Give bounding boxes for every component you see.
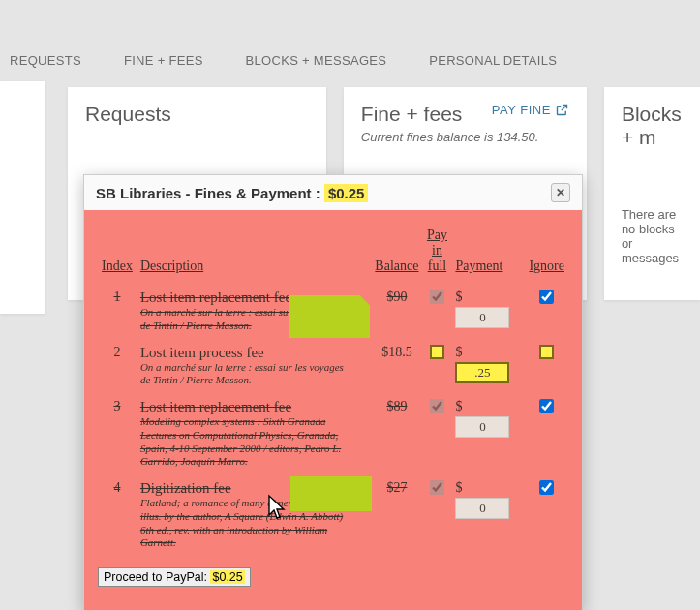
row-subtitle: Flatland; a romance of many dimensions. … <box>140 497 344 550</box>
row-pay-in-full <box>422 393 451 474</box>
modal-body: Index Description Balance Pay in full Pa… <box>84 210 582 610</box>
row-title: Lost item process fee <box>140 345 367 361</box>
payment-input[interactable] <box>455 307 509 328</box>
pay-in-full-checkbox[interactable] <box>430 399 444 413</box>
row-subtitle: On a marché sur la terre : essai sur les… <box>140 306 344 333</box>
th-pay-in-full: Pay in full <box>422 228 451 284</box>
dollar-sign: $ <box>455 399 462 414</box>
row-index: 1 <box>98 284 137 339</box>
row-description: Lost item replacement feeModeling comple… <box>137 393 371 474</box>
fines-sub-pre: Current fines balance is <box>361 130 497 144</box>
th-payment: Payment <box>451 228 525 284</box>
fines-sub-post: . <box>535 130 539 144</box>
dollar-sign: $ <box>455 290 462 305</box>
table-row: 2Lost item process feeOn a marché sur la… <box>98 339 568 394</box>
payment-input[interactable] <box>455 498 509 519</box>
row-pay-in-full <box>422 474 451 556</box>
th-pf-l1: Pay <box>427 228 447 242</box>
tab-fines[interactable]: FINE + FEES <box>124 53 203 68</box>
card-blocks-msg: There are no blocks or messages <box>622 207 683 265</box>
modal-close-button[interactable]: ✕ <box>551 183 570 202</box>
th-index: Index <box>98 228 137 284</box>
fines-table: Index Description Balance Pay in full Pa… <box>98 228 568 556</box>
card-blocks-title: Blocks + m <box>622 103 683 149</box>
card-fines-subtitle: Current fines balance is 134.50. <box>361 130 569 144</box>
th-ignore: Ignore <box>525 228 568 284</box>
row-ignore <box>525 474 568 556</box>
fines-sub-amt: 134.50 <box>497 130 535 144</box>
pay-fine-label: PAY FINE <box>492 103 551 117</box>
tab-personal[interactable]: PERSONAL DETAILS <box>429 53 557 68</box>
row-pay-in-full <box>422 284 451 339</box>
table-row: 4Digitization feeFlatland; a romance of … <box>98 474 568 556</box>
row-balance: $18.5 <box>371 339 422 394</box>
table-row: 3Lost item replacement feeModeling compl… <box>98 393 568 474</box>
row-description: Lost item process feeOn a marché sur la … <box>137 339 371 394</box>
payment-input[interactable] <box>455 362 509 383</box>
modal-title-amount: $0.25 <box>324 184 369 202</box>
payment-input[interactable] <box>455 416 509 438</box>
card-blocks: Blocks + m There are no blocks or messag… <box>604 87 700 300</box>
th-description: Description <box>137 228 371 284</box>
proceed-amount: $0.25 <box>210 570 244 584</box>
th-pf-l2: in <box>432 243 442 258</box>
row-payment: $ <box>451 284 525 339</box>
row-payment: $ <box>451 474 525 556</box>
proceed-label: Proceed to PayPal: <box>104 570 210 584</box>
row-payment: $ <box>451 339 525 394</box>
row-index: 2 <box>98 339 137 394</box>
main-tabs: REQUESTS FINE + FEES BLOCKS + MESSAGES P… <box>0 39 700 81</box>
modal-titlebar: SB Libraries - Fines & Payment : $0.25 ✕ <box>84 175 582 210</box>
row-payment: $ <box>451 393 525 474</box>
close-icon: ✕ <box>556 186 565 199</box>
dollar-sign: $ <box>455 480 462 496</box>
row-balance: $89 <box>371 393 422 474</box>
row-title: Lost item replacement fee <box>140 399 367 415</box>
proceed-paypal-button[interactable]: Proceed to PayPal: $0.25 <box>98 567 251 587</box>
row-balance: $90 <box>371 284 422 339</box>
row-description: Digitization feeFlatland; a romance of m… <box>137 474 371 556</box>
row-pay-in-full <box>422 339 451 394</box>
row-title: Lost item replacement fee <box>140 290 367 306</box>
pay-fine-link[interactable]: PAY FINE <box>492 103 569 117</box>
pay-in-full-checkbox[interactable] <box>430 290 444 304</box>
ignore-checkbox[interactable] <box>539 345 554 359</box>
topbar-spacer <box>0 0 700 39</box>
tab-requests[interactable]: REQUESTS <box>10 53 81 68</box>
row-index: 3 <box>98 393 137 474</box>
row-ignore <box>525 284 568 339</box>
dollar-sign: $ <box>455 345 462 360</box>
table-row: 1Lost item replacement feeOn a marché su… <box>98 284 568 339</box>
row-ignore <box>525 339 568 394</box>
row-balance: $27 <box>371 474 422 556</box>
ignore-checkbox[interactable] <box>539 399 554 413</box>
modal-title-text: SB Libraries - Fines & Payment : <box>96 185 324 201</box>
ignore-checkbox[interactable] <box>539 480 554 495</box>
ignore-checkbox[interactable] <box>539 290 554 304</box>
row-subtitle: Modeling complex systems : Sixth Granada… <box>140 415 344 469</box>
pay-in-full-checkbox[interactable] <box>430 480 444 495</box>
fines-modal: SB Libraries - Fines & Payment : $0.25 ✕… <box>83 174 583 610</box>
row-title: Digitization fee <box>140 480 367 497</box>
row-ignore <box>525 393 568 474</box>
row-description: Lost item replacement feeOn a marché sur… <box>137 284 371 339</box>
pay-in-full-checkbox[interactable] <box>430 345 444 359</box>
card-requests-title: Requests <box>85 103 309 126</box>
th-balance: Balance <box>371 228 422 284</box>
external-link-icon <box>555 103 569 117</box>
row-subtitle: On a marché sur la terre : essai sur les… <box>140 361 344 388</box>
th-pf-l3: full <box>428 259 446 273</box>
tab-blocks[interactable]: BLOCKS + MESSAGES <box>246 53 387 68</box>
row-index: 4 <box>98 474 137 556</box>
